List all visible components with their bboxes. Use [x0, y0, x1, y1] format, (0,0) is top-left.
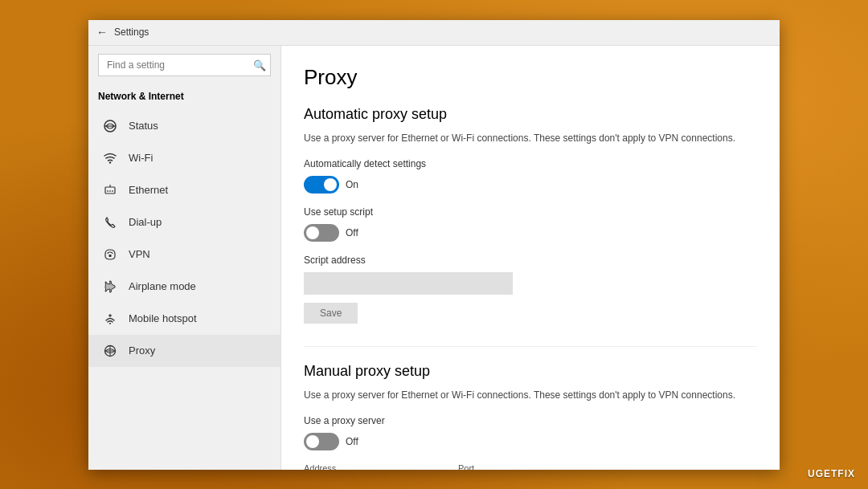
port-group: Port — [458, 463, 522, 470]
watermark: UGETFIX — [808, 468, 855, 479]
use-proxy-state: Off — [346, 436, 358, 447]
search-input[interactable] — [98, 54, 271, 76]
titlebar: ← Settings — [88, 20, 780, 46]
sidebar-label-status: Status — [129, 120, 158, 132]
settings-window: ← Settings 🔍 Network & Internet Status W… — [88, 20, 780, 470]
setup-script-toggle[interactable] — [304, 224, 339, 242]
hotspot-icon — [101, 310, 119, 328]
setup-script-knob — [306, 226, 319, 239]
use-proxy-knob — [306, 435, 319, 448]
sidebar-item-wifi[interactable]: Wi-Fi — [88, 142, 280, 174]
vpn-icon — [101, 246, 119, 263]
search-icon[interactable]: 🔍 — [253, 59, 266, 71]
sidebar-category: Network & Internet — [88, 86, 280, 110]
proxy-icon — [101, 342, 119, 360]
sidebar-label-dialup: Dial-up — [129, 216, 162, 228]
dialup-icon — [101, 214, 119, 231]
svg-point-2 — [109, 161, 111, 163]
auto-detect-knob — [324, 178, 337, 191]
auto-detect-state: On — [346, 179, 358, 190]
sidebar-label-wifi: Wi-Fi — [129, 152, 153, 164]
main-content: Proxy Automatic proxy setup Use a proxy … — [281, 46, 780, 470]
window-title: Settings — [114, 26, 149, 38]
auto-detect-toggle-row: On — [304, 176, 757, 194]
ethernet-icon — [101, 181, 119, 199]
manual-section-title: Manual proxy setup — [304, 363, 757, 380]
manual-section-desc: Use a proxy server for Ethernet or Wi-Fi… — [304, 388, 757, 402]
section-divider — [304, 346, 757, 347]
use-proxy-label: Use a proxy server — [304, 415, 757, 426]
sidebar-label-proxy: Proxy — [129, 344, 155, 357]
auto-section-desc: Use a proxy server for Ethernet or Wi-Fi… — [304, 131, 757, 145]
sidebar-item-status[interactable]: Status — [88, 110, 280, 142]
status-icon — [101, 117, 119, 135]
sidebar: 🔍 Network & Internet Status Wi-Fi Eth — [88, 46, 281, 470]
setup-script-state: Off — [346, 227, 358, 238]
sidebar-label-ethernet: Ethernet — [129, 184, 168, 196]
setup-script-toggle-row: Off — [304, 224, 757, 242]
use-proxy-toggle-row: Off — [304, 433, 757, 450]
port-label: Port — [458, 463, 522, 470]
auto-detect-toggle[interactable] — [304, 176, 339, 194]
svg-point-9 — [109, 323, 111, 324]
address-port-row: Address Port — [304, 463, 757, 470]
sidebar-item-ethernet[interactable]: Ethernet — [88, 174, 280, 206]
sidebar-label-vpn: VPN — [129, 248, 150, 260]
script-address-label: Script address — [304, 255, 757, 266]
script-address-input[interactable] — [304, 272, 513, 295]
auto-section-title: Automatic proxy setup — [304, 106, 757, 123]
airplane-icon — [101, 278, 119, 295]
search-box[interactable]: 🔍 — [98, 54, 271, 76]
use-proxy-toggle[interactable] — [304, 433, 339, 450]
sidebar-label-airplane: Airplane mode — [129, 280, 196, 292]
content-area: 🔍 Network & Internet Status Wi-Fi Eth — [88, 46, 780, 470]
sidebar-item-airplane[interactable]: Airplane mode — [88, 271, 280, 303]
back-button[interactable]: ← — [96, 26, 108, 39]
sidebar-label-hotspot: Mobile hotspot — [129, 312, 197, 324]
svg-rect-8 — [109, 255, 112, 257]
sidebar-item-vpn[interactable]: VPN — [88, 238, 280, 271]
address-group: Address — [304, 463, 448, 470]
sidebar-item-proxy[interactable]: Proxy — [88, 335, 280, 367]
sidebar-item-dialup[interactable]: Dial-up — [88, 206, 280, 238]
sidebar-item-hotspot[interactable]: Mobile hotspot — [88, 303, 280, 335]
wifi-icon — [101, 149, 119, 167]
page-title: Proxy — [304, 65, 757, 90]
address-label: Address — [304, 463, 448, 470]
setup-script-label: Use setup script — [304, 206, 757, 218]
auto-detect-label: Automatically detect settings — [304, 158, 757, 169]
save-button[interactable]: Save — [304, 303, 358, 324]
